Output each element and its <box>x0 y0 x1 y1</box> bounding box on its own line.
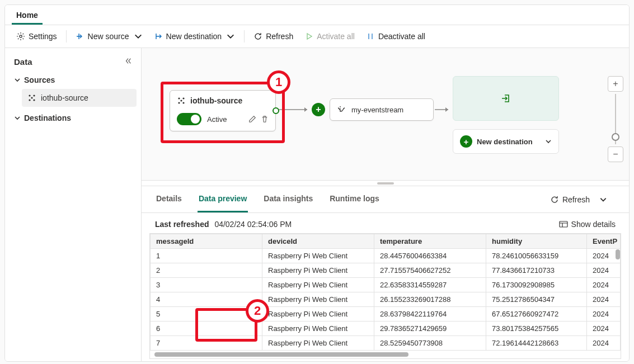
svg-point-5 <box>31 97 32 98</box>
source-node[interactable]: iothub-source Active <box>170 90 276 131</box>
data-table-wrap: messageId deviceId temperature humidity … <box>149 233 621 359</box>
table-cell: Raspberry Pi Web Client <box>262 292 374 307</box>
iot-icon <box>27 93 36 102</box>
connector-1 <box>276 104 312 115</box>
sidebar-item-iothub-source[interactable]: iothub-source <box>22 89 137 107</box>
table-cell: 76.1730092908985 <box>486 278 587 292</box>
table-row[interactable]: 3Raspberry Pi Web Client22.6358331455928… <box>151 278 621 292</box>
svg-point-8 <box>178 102 180 103</box>
table-cell: 26.155233269017288 <box>374 292 486 307</box>
zoom-in-button[interactable]: + <box>608 76 623 92</box>
last-refreshed-label: Last refreshed <box>155 220 209 229</box>
stream-icon <box>337 105 347 115</box>
zoom-out-button[interactable]: − <box>608 146 623 162</box>
svg-point-3 <box>29 99 30 101</box>
active-toggle[interactable] <box>177 113 201 125</box>
show-details-label: Show details <box>571 220 616 229</box>
refresh-label: Refresh <box>266 32 293 41</box>
canvas[interactable]: iothub-source Active + my-eventstream <box>142 48 629 180</box>
table-cell: 78.24610056633159 <box>486 249 587 263</box>
svg-point-1 <box>29 94 30 96</box>
edit-icon[interactable] <box>248 115 256 123</box>
table-horizontal-scrollbar[interactable] <box>150 351 621 358</box>
svg-point-4 <box>33 99 35 101</box>
panel-resize-grip[interactable] <box>142 180 629 186</box>
col-humidity[interactable]: humidity <box>486 234 587 249</box>
tab-data-preview[interactable]: Data preview <box>198 186 248 212</box>
ribbon-tab-home[interactable]: Home <box>12 7 43 25</box>
new-source-label: New source <box>88 32 129 41</box>
svg-point-10 <box>180 100 182 101</box>
table-vertical-scrollbar[interactable] <box>616 249 620 259</box>
table-cell: 72.19614442128663 <box>486 336 587 351</box>
table-row[interactable]: 1Raspberry Pi Web Client28.4457600466338… <box>151 249 621 263</box>
table-cell: 3 <box>151 278 262 292</box>
table-cell: 28.5259450773908 <box>374 336 486 351</box>
panel-expand-button[interactable] <box>595 192 611 207</box>
col-messageid[interactable]: messageId <box>151 234 262 249</box>
table-row[interactable]: 2Raspberry Pi Web Client27.7155754066272… <box>151 263 621 278</box>
table-cell: Raspberry Pi Web Client <box>262 336 374 351</box>
chevron-down-icon <box>14 115 21 121</box>
settings-button[interactable]: Settings <box>11 29 63 44</box>
table-row[interactable]: 4Raspberry Pi Web Client26.1552332690172… <box>151 292 621 307</box>
zoom-thumb[interactable] <box>612 133 619 141</box>
col-event[interactable]: EventP <box>587 234 621 249</box>
settings-label: Settings <box>29 32 57 41</box>
svg-point-7 <box>182 97 184 99</box>
divider <box>244 30 245 42</box>
tab-data-insights[interactable]: Data insights <box>262 186 314 212</box>
new-destination-button[interactable]: New destination <box>148 29 241 44</box>
table-row[interactable]: 6Raspberry Pi Web Client29.7836527142965… <box>151 322 621 336</box>
table-row[interactable]: 5Raspberry Pi Web Client28.6379842211976… <box>151 307 621 322</box>
divider <box>66 30 67 42</box>
table-cell: 2024 <box>587 322 621 336</box>
chevron-down-icon <box>14 77 21 83</box>
panel-refresh-button[interactable]: Refresh <box>550 195 590 204</box>
new-source-button[interactable]: New source <box>70 29 148 44</box>
sidebar-group-sources[interactable]: Sources <box>10 72 137 88</box>
source-status-label: Active <box>207 115 227 124</box>
zoom-control: + − <box>608 76 623 162</box>
col-deviceid[interactable]: deviceId <box>262 234 374 249</box>
last-refreshed: Last refreshed 04/02/24 02:54:06 PM <box>155 220 292 229</box>
deactivate-all-button[interactable]: Deactivate all <box>360 29 431 44</box>
zoom-slider[interactable] <box>615 94 616 144</box>
sources-label: Sources <box>24 75 55 84</box>
sidebar-item-label: iothub-source <box>41 93 88 102</box>
table-cell: 67.65127660927472 <box>486 307 587 322</box>
destination-placeholder-card[interactable] <box>453 76 559 121</box>
table-row[interactable]: 7Raspberry Pi Web Client28.5259450773908… <box>151 336 621 351</box>
canvas-area: iothub-source Active + my-eventstream <box>142 48 629 361</box>
table-cell: Raspberry Pi Web Client <box>262 307 374 322</box>
refresh-button[interactable]: Refresh <box>248 29 299 44</box>
sidebar-group-destinations[interactable]: Destinations <box>10 110 137 126</box>
table-cell: 5 <box>151 307 262 322</box>
eventstream-node[interactable]: my-eventstream <box>330 98 434 121</box>
table-cell: 28.63798422119764 <box>374 307 486 322</box>
output-port[interactable] <box>273 107 279 114</box>
col-temperature[interactable]: temperature <box>374 234 486 249</box>
data-preview-table: messageId deviceId temperature humidity … <box>150 234 621 351</box>
connector-2 <box>434 104 453 115</box>
chevron-down-icon <box>226 32 235 41</box>
destinations-label: Destinations <box>24 114 71 122</box>
delete-icon[interactable] <box>261 115 269 123</box>
tab-runtime-logs[interactable]: Runtime logs <box>328 186 381 212</box>
tab-details[interactable]: Details <box>155 186 183 212</box>
plus-icon: + <box>460 135 472 148</box>
new-destination-label: New destination <box>166 32 222 41</box>
activate-all-button[interactable]: Activate all <box>299 29 360 44</box>
new-destination-node-button[interactable]: + New destination <box>453 129 559 154</box>
deactivate-all-label: Deactivate all <box>378 32 425 41</box>
source-node-title: iothub-source <box>190 96 242 105</box>
add-before-stream-button[interactable]: + <box>312 103 325 116</box>
play-icon <box>304 32 313 41</box>
collapse-sidebar-button[interactable] <box>124 57 132 67</box>
show-details-button[interactable]: Show details <box>559 220 616 229</box>
table-cell: 2024 <box>587 336 621 351</box>
toolbar: Settings New source New destination Refr… <box>5 25 629 48</box>
table-cell: Raspberry Pi Web Client <box>262 322 374 336</box>
table-cell: 2024 <box>587 292 621 307</box>
bottom-panel: 2 Details Data preview Data insights Run… <box>142 186 629 361</box>
